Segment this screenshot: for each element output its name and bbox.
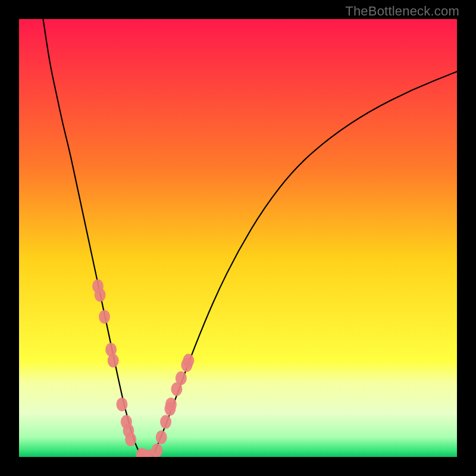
left-markers <box>92 279 156 457</box>
plot-area <box>19 19 457 457</box>
scatter-marker <box>116 397 127 411</box>
scatter-marker <box>95 288 106 302</box>
scatter-marker <box>183 354 194 368</box>
plot-curves <box>19 19 457 457</box>
scatter-marker <box>99 310 110 324</box>
scatter-marker <box>176 371 187 385</box>
watermark-text: TheBottleneck.com <box>345 4 459 19</box>
chart-frame: TheBottleneck.com <box>0 0 476 476</box>
scatter-marker <box>160 415 171 429</box>
scatter-marker <box>108 354 119 368</box>
scatter-marker <box>165 397 177 411</box>
right-curve <box>152 71 457 457</box>
left-curve <box>43 19 142 457</box>
scatter-marker <box>151 443 162 457</box>
scatter-marker <box>156 430 167 444</box>
right-markers <box>151 354 194 457</box>
scatter-marker <box>125 433 136 446</box>
